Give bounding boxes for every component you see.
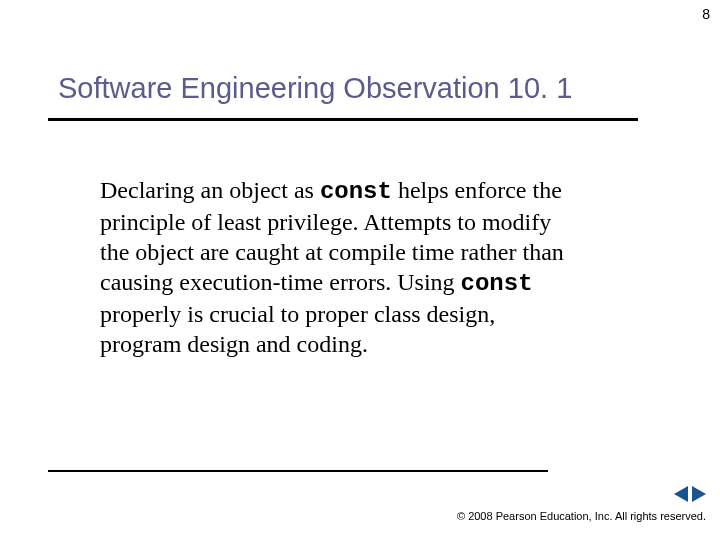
- page-number: 8: [702, 6, 710, 22]
- copyright-footer: © 2008 Pearson Education, Inc. All right…: [457, 510, 706, 522]
- const-keyword-2: const: [461, 270, 533, 297]
- nav-arrows: [674, 486, 706, 502]
- const-keyword-1: const: [320, 178, 392, 205]
- body-seg1: Declaring an object as: [100, 177, 320, 203]
- prev-arrow-icon[interactable]: [674, 486, 688, 502]
- body-seg3: properly is crucial to proper class desi…: [100, 301, 495, 357]
- slide-title: Software Engineering Observation 10. 1: [58, 72, 572, 105]
- body-paragraph: Declaring an object as const helps enfor…: [100, 175, 570, 359]
- title-underline: [48, 118, 638, 121]
- lower-divider: [48, 470, 548, 472]
- next-arrow-icon[interactable]: [692, 486, 706, 502]
